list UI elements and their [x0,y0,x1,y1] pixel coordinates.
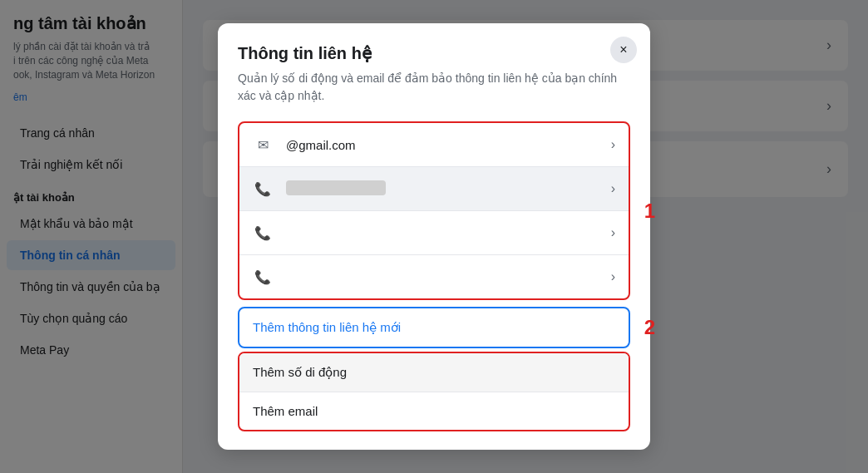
phone-value-1 [286,180,611,198]
phone-icon-3: 📞 [253,267,273,287]
contact-row-email[interactable]: ✉ @gmail.com › [239,123,629,167]
phone-icon-2: 📞 [253,223,273,243]
dropdown-item-email[interactable]: Thêm email [239,392,629,430]
contact-row-chevron-1: › [611,181,615,196]
contact-info-box: ✉ @gmail.com › 📞 › 📞 › [238,121,630,300]
dropdown-item-phone[interactable]: Thêm số di động [239,353,629,392]
modal-subtitle: Quản lý số di động và email để đảm bảo t… [238,70,630,105]
add-contact-label: Thêm thông tin liên hệ mới [253,320,401,335]
modal-title: Thông tin liên hệ [238,43,630,63]
modal: × Thông tin liên hệ Quản lý số di động v… [218,23,650,449]
email-icon: ✉ [253,135,273,155]
contact-row-phone-3[interactable]: 📞 › [239,255,629,298]
close-icon: × [619,42,627,57]
phone-masked-1 [286,180,386,195]
modal-overlay: × Thông tin liên hệ Quản lý số di động v… [0,0,868,473]
phone-icon-1: 📞 [253,179,273,199]
contact-row-phone-2[interactable]: 📞 › [239,211,629,255]
dropdown-menu: Thêm số di động Thêm email [238,352,630,431]
email-value: @gmail.com [286,138,611,152]
annotation-1: 1 [644,200,655,223]
contact-info-wrapper: ✉ @gmail.com › 📞 › 📞 › [238,121,630,300]
add-contact-button[interactable]: Thêm thông tin liên hệ mới [238,307,630,348]
contact-row-chevron-2: › [611,225,615,240]
contact-row-chevron-0: › [611,137,615,152]
contact-row-chevron-3: › [611,269,615,284]
annotation-2: 2 [644,316,655,339]
modal-close-button[interactable]: × [610,37,637,63]
add-contact-wrapper: Thêm thông tin liên hệ mới 2 [238,307,630,348]
contact-row-phone-1[interactable]: 📞 › [239,167,629,211]
